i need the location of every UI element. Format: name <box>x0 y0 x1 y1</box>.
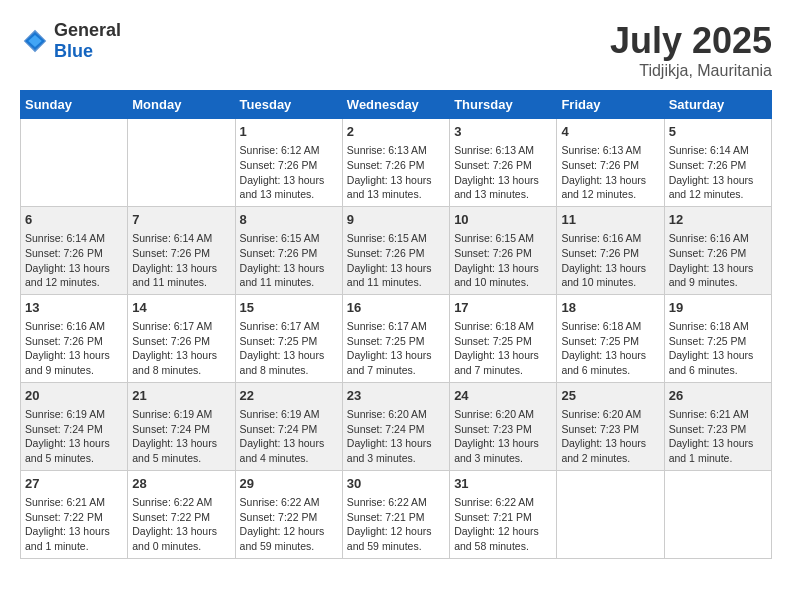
day-number: 7 <box>132 211 230 229</box>
day-info: Sunrise: 6:13 AM Sunset: 7:26 PM Dayligh… <box>454 143 552 202</box>
day-info: Sunrise: 6:12 AM Sunset: 7:26 PM Dayligh… <box>240 143 338 202</box>
day-info: Sunrise: 6:21 AM Sunset: 7:22 PM Dayligh… <box>25 495 123 554</box>
day-number: 8 <box>240 211 338 229</box>
logo-general: General <box>54 20 121 40</box>
week-row-1: 1Sunrise: 6:12 AM Sunset: 7:26 PM Daylig… <box>21 119 772 207</box>
calendar-cell: 29Sunrise: 6:22 AM Sunset: 7:22 PM Dayli… <box>235 470 342 558</box>
calendar-cell: 2Sunrise: 6:13 AM Sunset: 7:26 PM Daylig… <box>342 119 449 207</box>
day-info: Sunrise: 6:20 AM Sunset: 7:24 PM Dayligh… <box>347 407 445 466</box>
weekday-header-saturday: Saturday <box>664 91 771 119</box>
day-number: 25 <box>561 387 659 405</box>
day-number: 27 <box>25 475 123 493</box>
weekday-header-monday: Monday <box>128 91 235 119</box>
week-row-4: 20Sunrise: 6:19 AM Sunset: 7:24 PM Dayli… <box>21 382 772 470</box>
day-number: 15 <box>240 299 338 317</box>
day-number: 9 <box>347 211 445 229</box>
day-number: 5 <box>669 123 767 141</box>
day-info: Sunrise: 6:18 AM Sunset: 7:25 PM Dayligh… <box>561 319 659 378</box>
calendar-cell: 19Sunrise: 6:18 AM Sunset: 7:25 PM Dayli… <box>664 294 771 382</box>
calendar-cell: 12Sunrise: 6:16 AM Sunset: 7:26 PM Dayli… <box>664 206 771 294</box>
day-info: Sunrise: 6:17 AM Sunset: 7:26 PM Dayligh… <box>132 319 230 378</box>
day-number: 4 <box>561 123 659 141</box>
calendar-cell: 14Sunrise: 6:17 AM Sunset: 7:26 PM Dayli… <box>128 294 235 382</box>
day-info: Sunrise: 6:19 AM Sunset: 7:24 PM Dayligh… <box>25 407 123 466</box>
day-info: Sunrise: 6:15 AM Sunset: 7:26 PM Dayligh… <box>240 231 338 290</box>
day-number: 28 <box>132 475 230 493</box>
week-row-5: 27Sunrise: 6:21 AM Sunset: 7:22 PM Dayli… <box>21 470 772 558</box>
day-info: Sunrise: 6:20 AM Sunset: 7:23 PM Dayligh… <box>454 407 552 466</box>
day-number: 21 <box>132 387 230 405</box>
day-number: 11 <box>561 211 659 229</box>
day-number: 29 <box>240 475 338 493</box>
day-info: Sunrise: 6:17 AM Sunset: 7:25 PM Dayligh… <box>347 319 445 378</box>
calendar-cell: 11Sunrise: 6:16 AM Sunset: 7:26 PM Dayli… <box>557 206 664 294</box>
title-block: July 2025 Tidjikja, Mauritania <box>610 20 772 80</box>
calendar-cell: 1Sunrise: 6:12 AM Sunset: 7:26 PM Daylig… <box>235 119 342 207</box>
day-info: Sunrise: 6:14 AM Sunset: 7:26 PM Dayligh… <box>132 231 230 290</box>
calendar-cell: 23Sunrise: 6:20 AM Sunset: 7:24 PM Dayli… <box>342 382 449 470</box>
logo-text: General Blue <box>54 20 121 62</box>
day-info: Sunrise: 6:13 AM Sunset: 7:26 PM Dayligh… <box>561 143 659 202</box>
day-info: Sunrise: 6:22 AM Sunset: 7:22 PM Dayligh… <box>240 495 338 554</box>
logo: General Blue <box>20 20 121 62</box>
calendar: SundayMondayTuesdayWednesdayThursdayFrid… <box>20 90 772 559</box>
day-number: 6 <box>25 211 123 229</box>
week-row-3: 13Sunrise: 6:16 AM Sunset: 7:26 PM Dayli… <box>21 294 772 382</box>
calendar-cell: 30Sunrise: 6:22 AM Sunset: 7:21 PM Dayli… <box>342 470 449 558</box>
calendar-cell: 13Sunrise: 6:16 AM Sunset: 7:26 PM Dayli… <box>21 294 128 382</box>
day-info: Sunrise: 6:13 AM Sunset: 7:26 PM Dayligh… <box>347 143 445 202</box>
day-number: 14 <box>132 299 230 317</box>
day-number: 19 <box>669 299 767 317</box>
day-info: Sunrise: 6:16 AM Sunset: 7:26 PM Dayligh… <box>561 231 659 290</box>
calendar-cell: 18Sunrise: 6:18 AM Sunset: 7:25 PM Dayli… <box>557 294 664 382</box>
calendar-cell: 28Sunrise: 6:22 AM Sunset: 7:22 PM Dayli… <box>128 470 235 558</box>
day-info: Sunrise: 6:17 AM Sunset: 7:25 PM Dayligh… <box>240 319 338 378</box>
weekday-header-tuesday: Tuesday <box>235 91 342 119</box>
day-info: Sunrise: 6:20 AM Sunset: 7:23 PM Dayligh… <box>561 407 659 466</box>
day-number: 30 <box>347 475 445 493</box>
calendar-cell: 8Sunrise: 6:15 AM Sunset: 7:26 PM Daylig… <box>235 206 342 294</box>
day-number: 22 <box>240 387 338 405</box>
day-number: 17 <box>454 299 552 317</box>
day-info: Sunrise: 6:15 AM Sunset: 7:26 PM Dayligh… <box>454 231 552 290</box>
day-number: 13 <box>25 299 123 317</box>
calendar-cell: 6Sunrise: 6:14 AM Sunset: 7:26 PM Daylig… <box>21 206 128 294</box>
logo-blue: Blue <box>54 41 93 61</box>
month-year: July 2025 <box>610 20 772 62</box>
week-row-2: 6Sunrise: 6:14 AM Sunset: 7:26 PM Daylig… <box>21 206 772 294</box>
calendar-cell: 22Sunrise: 6:19 AM Sunset: 7:24 PM Dayli… <box>235 382 342 470</box>
calendar-cell <box>21 119 128 207</box>
day-info: Sunrise: 6:19 AM Sunset: 7:24 PM Dayligh… <box>132 407 230 466</box>
calendar-cell: 3Sunrise: 6:13 AM Sunset: 7:26 PM Daylig… <box>450 119 557 207</box>
day-number: 2 <box>347 123 445 141</box>
calendar-cell: 16Sunrise: 6:17 AM Sunset: 7:25 PM Dayli… <box>342 294 449 382</box>
calendar-cell: 4Sunrise: 6:13 AM Sunset: 7:26 PM Daylig… <box>557 119 664 207</box>
day-number: 31 <box>454 475 552 493</box>
calendar-cell: 31Sunrise: 6:22 AM Sunset: 7:21 PM Dayli… <box>450 470 557 558</box>
weekday-header-friday: Friday <box>557 91 664 119</box>
day-number: 20 <box>25 387 123 405</box>
calendar-cell: 26Sunrise: 6:21 AM Sunset: 7:23 PM Dayli… <box>664 382 771 470</box>
logo-icon <box>20 26 50 56</box>
day-info: Sunrise: 6:22 AM Sunset: 7:21 PM Dayligh… <box>454 495 552 554</box>
day-number: 10 <box>454 211 552 229</box>
calendar-cell: 5Sunrise: 6:14 AM Sunset: 7:26 PM Daylig… <box>664 119 771 207</box>
day-info: Sunrise: 6:14 AM Sunset: 7:26 PM Dayligh… <box>669 143 767 202</box>
page-header: General Blue July 2025 Tidjikja, Maurita… <box>20 20 772 80</box>
day-number: 3 <box>454 123 552 141</box>
weekday-header-sunday: Sunday <box>21 91 128 119</box>
calendar-cell <box>557 470 664 558</box>
weekday-header-wednesday: Wednesday <box>342 91 449 119</box>
day-number: 18 <box>561 299 659 317</box>
location: Tidjikja, Mauritania <box>610 62 772 80</box>
day-info: Sunrise: 6:14 AM Sunset: 7:26 PM Dayligh… <box>25 231 123 290</box>
day-info: Sunrise: 6:16 AM Sunset: 7:26 PM Dayligh… <box>25 319 123 378</box>
day-number: 1 <box>240 123 338 141</box>
day-number: 23 <box>347 387 445 405</box>
day-number: 16 <box>347 299 445 317</box>
day-info: Sunrise: 6:22 AM Sunset: 7:21 PM Dayligh… <box>347 495 445 554</box>
day-info: Sunrise: 6:22 AM Sunset: 7:22 PM Dayligh… <box>132 495 230 554</box>
day-number: 26 <box>669 387 767 405</box>
calendar-cell: 17Sunrise: 6:18 AM Sunset: 7:25 PM Dayli… <box>450 294 557 382</box>
calendar-cell: 21Sunrise: 6:19 AM Sunset: 7:24 PM Dayli… <box>128 382 235 470</box>
